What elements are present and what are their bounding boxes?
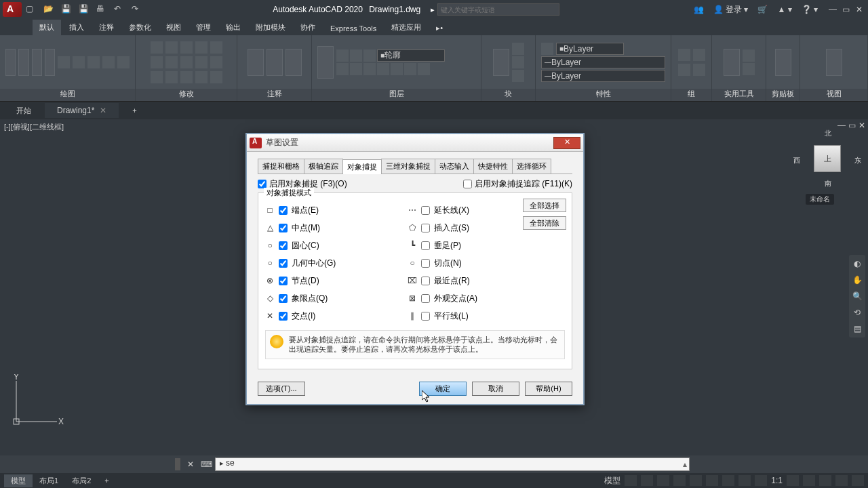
vp-close[interactable]: ✕	[859, 121, 865, 130]
layer-dropdown[interactable]: ■ 轮廓	[377, 49, 445, 62]
snap-checkbox[interactable]	[279, 241, 288, 250]
snap-checkbox[interactable]	[279, 224, 288, 232]
draw-ico[interactable]	[58, 56, 70, 68]
snap-checkbox[interactable]	[279, 312, 288, 321]
new-icon[interactable]: ▢	[26, 4, 37, 15]
viewport-label[interactable]: [-][俯视][二维线框]	[4, 122, 64, 132]
snap-option[interactable]: ✕交点(I)	[265, 308, 401, 323]
minimize-button[interactable]: —	[829, 5, 838, 14]
dim-tool[interactable]	[267, 49, 283, 76]
tab-addins[interactable]: 附加模块	[249, 20, 292, 35]
panel-group[interactable]: 组	[671, 89, 711, 101]
tab-insert[interactable]: 插入	[62, 20, 91, 35]
pan-icon[interactable]: ✋	[852, 275, 863, 285]
close-tab-icon[interactable]: ✕	[100, 106, 106, 115]
status-model[interactable]: 模型	[604, 475, 620, 487]
new-tab-button[interactable]: +	[120, 104, 149, 117]
polar-toggle[interactable]	[673, 475, 686, 486]
snap-checkbox[interactable]	[421, 294, 430, 303]
ucs-icon[interactable]: X Y	[9, 374, 64, 428]
panel-utils[interactable]: 实用工具	[712, 89, 766, 101]
tab-annotate[interactable]: 注释	[92, 20, 121, 35]
options-button[interactable]: 选项(T)...	[258, 382, 305, 396]
lwt-toggle[interactable]	[738, 475, 751, 486]
snap-option[interactable]: ○切点(N)	[408, 256, 543, 270]
a360-icon[interactable]: ▲ ▾	[777, 5, 791, 14]
snap-checkbox[interactable]	[279, 277, 288, 285]
command-input[interactable]: ▸ se	[215, 458, 690, 471]
model-tab[interactable]: 模型	[4, 474, 33, 487]
snap-option[interactable]: ○几何中心(G)	[265, 256, 401, 270]
wcs-label[interactable]: 未命名	[806, 194, 834, 205]
snap-checkbox[interactable]	[421, 224, 430, 232]
redo-icon[interactable]: ↷	[132, 4, 142, 15]
measure-tool[interactable]	[724, 49, 740, 76]
help-button[interactable]: 帮助(H)	[525, 382, 572, 396]
grid-toggle[interactable]	[625, 475, 637, 486]
panel-layer[interactable]: 图层	[312, 89, 481, 101]
table-tool[interactable]	[285, 49, 302, 76]
customize-icon[interactable]	[852, 475, 864, 486]
snap-option[interactable]: ○圆心(C)	[265, 238, 401, 253]
tab-quickprops[interactable]: 快捷特性	[473, 159, 513, 174]
tab-3dosnap[interactable]: 三维对象捕捉	[381, 159, 435, 174]
dialog-close-button[interactable]: ✕	[553, 137, 580, 149]
exchange-icon[interactable]: 🛒	[757, 5, 768, 14]
tab-parametric[interactable]: 参数化	[122, 20, 158, 35]
zoom-icon[interactable]: 🔍	[852, 291, 863, 301]
arc-tool[interactable]	[45, 49, 55, 76]
dialog-titlebar[interactable]: 草图设置 ✕	[247, 134, 583, 152]
text-tool[interactable]	[248, 49, 264, 76]
cmd-close-icon[interactable]: ✕	[183, 460, 198, 469]
view-base[interactable]	[826, 49, 842, 76]
snap-checkbox[interactable]	[421, 206, 430, 215]
move-tool[interactable]	[151, 41, 163, 54]
snap-option[interactable]: △中点(M)	[265, 220, 401, 235]
add-layout-button[interactable]: +	[98, 475, 115, 486]
maximize-button[interactable]: ▭	[842, 5, 852, 14]
plot-icon[interactable]: 🖶	[96, 4, 107, 15]
transp-toggle[interactable]	[755, 475, 767, 486]
help-icon[interactable]: ❔ ▾	[802, 5, 818, 14]
clipboard[interactable]	[775, 49, 791, 76]
snap-option[interactable]: ∥平行线(L)	[408, 308, 543, 323]
snap-option[interactable]: ⌧最近点(R)	[408, 273, 543, 288]
tab-snap-grid[interactable]: 捕捉和栅格	[258, 159, 304, 174]
panel-props[interactable]: 特性	[536, 89, 671, 101]
undo-icon[interactable]: ↶	[114, 4, 125, 15]
tab-manage[interactable]: 管理	[189, 20, 218, 35]
tab-play-icon[interactable]: ▸•	[429, 21, 450, 35]
open-icon[interactable]: 📂	[43, 4, 54, 15]
color-dropdown[interactable]: ■ ByLayer	[556, 43, 624, 55]
snap-toggle[interactable]	[641, 475, 653, 486]
osnap-toggle[interactable]	[706, 475, 718, 486]
ortho-toggle[interactable]	[657, 475, 669, 486]
orbit-icon[interactable]: ⟲	[854, 308, 861, 317]
panel-block[interactable]: 块	[481, 89, 535, 101]
snap-checkbox[interactable]	[421, 277, 430, 285]
drawing-tab[interactable]: Drawing1*✕	[45, 103, 119, 118]
snap-checkbox[interactable]	[279, 206, 288, 215]
circle-tool[interactable]	[32, 49, 42, 76]
tab-cycling[interactable]: 选择循环	[512, 159, 551, 174]
match-prop[interactable]	[541, 43, 553, 55]
tab-dyninput[interactable]: 动态输入	[435, 159, 474, 174]
tab-osnap[interactable]: 对象捕捉	[342, 159, 382, 174]
line-tool[interactable]	[5, 49, 16, 76]
panel-view[interactable]: 视图	[800, 89, 867, 101]
cmd-handle[interactable]	[175, 458, 180, 470]
vp-min[interactable]: —	[837, 121, 846, 130]
layer-props[interactable]	[317, 46, 334, 79]
snap-option[interactable]: □端点(E)	[265, 203, 401, 218]
vp-max[interactable]: ▭	[848, 121, 856, 130]
cleanscreen-icon[interactable]	[835, 475, 848, 486]
layout1-tab[interactable]: 布局1	[33, 474, 65, 487]
app-logo[interactable]	[3, 2, 22, 17]
tab-polar[interactable]: 极轴追踪	[304, 159, 343, 174]
showmotion-icon[interactable]: ▤	[854, 324, 861, 333]
panel-clip[interactable]: 剪贴板	[766, 89, 800, 101]
snap-option[interactable]: ┗垂足(P)	[408, 238, 543, 253]
save-icon[interactable]: 💾	[61, 4, 72, 15]
polyline-tool[interactable]	[18, 49, 28, 76]
layout2-tab[interactable]: 布局2	[65, 474, 98, 487]
